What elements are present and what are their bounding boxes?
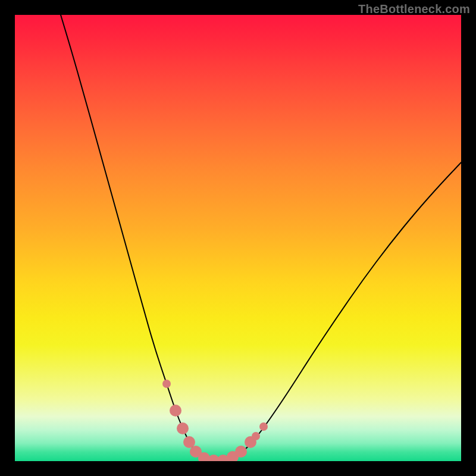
marker-dot: [162, 380, 171, 388]
series-group: [61, 15, 461, 461]
marker-dot: [177, 422, 189, 434]
chart-frame: TheBottleneck.com: [0, 0, 476, 476]
marker-dot: [170, 405, 181, 416]
marker-group: [162, 380, 268, 461]
curve-layer: [15, 15, 461, 461]
plot-area: [15, 15, 461, 461]
curve-left-branch: [61, 15, 217, 461]
marker-dot: [235, 446, 247, 458]
curve-right-branch: [217, 162, 461, 461]
marker-dot: [259, 422, 268, 431]
watermark-text: TheBottleneck.com: [358, 2, 470, 16]
marker-dot: [252, 432, 260, 440]
